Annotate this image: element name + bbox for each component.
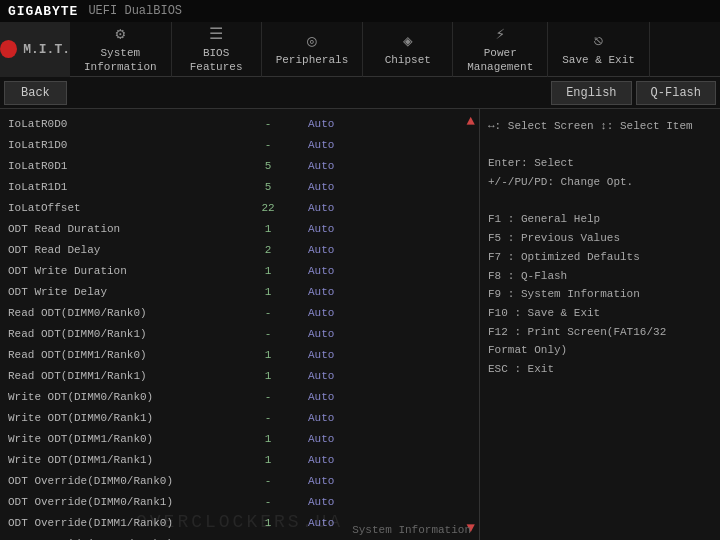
nav-item-peripherals[interactable]: ◎ Peripherals <box>262 22 364 77</box>
table-row[interactable]: Read ODT(DIMM0/Rank0)-Auto <box>0 302 479 323</box>
row-auto: Auto <box>308 496 388 508</box>
help-f7: F7 : Optimized Defaults <box>488 248 712 267</box>
row-name: ODT Override(DIMM1/Rank0) <box>8 517 228 529</box>
row-value: - <box>228 139 308 151</box>
table-row[interactable]: ODT Write Delay1Auto <box>0 281 479 302</box>
row-auto: Auto <box>308 244 388 256</box>
row-name: Write ODT(DIMM1/Rank0) <box>8 433 228 445</box>
nav-items: ⚙ System Information ☰ BIOS Features ◎ P… <box>70 22 720 77</box>
row-auto: Auto <box>308 454 388 466</box>
row-value: - <box>228 412 308 424</box>
sys-info-footer: System Information <box>352 524 471 536</box>
row-name: Read ODT(DIMM0/Rank1) <box>8 328 228 340</box>
table-row[interactable]: Read ODT(DIMM1/Rank0)1Auto <box>0 344 479 365</box>
row-auto: Auto <box>308 286 388 298</box>
row-auto: Auto <box>308 307 388 319</box>
nav-item-save-exit[interactable]: ⎋ Save & Exit <box>548 22 650 77</box>
table-row[interactable]: Read ODT(DIMM0/Rank1)-Auto <box>0 323 479 344</box>
row-value: 2 <box>228 244 308 256</box>
row-name: ODT Write Delay <box>8 286 228 298</box>
row-auto: Auto <box>308 370 388 382</box>
row-auto: Auto <box>308 139 388 151</box>
scroll-up-indicator: ▲ <box>467 113 475 129</box>
left-panel: ▲ IoLatR0D0-AutoIoLatR1D0-AutoIoLatR0D15… <box>0 109 480 540</box>
row-value: - <box>228 475 308 487</box>
nav-label-save: Save & Exit <box>562 54 635 67</box>
row-name: IoLatR0D0 <box>8 118 228 130</box>
row-name: Write ODT(DIMM1/Rank1) <box>8 454 228 466</box>
row-name: IoLatR0D1 <box>8 160 228 172</box>
row-auto: Auto <box>308 223 388 235</box>
row-name: IoLatOffset <box>8 202 228 214</box>
mit-button[interactable]: M.I.T. <box>0 22 70 77</box>
power-icon: ⚡ <box>495 24 505 44</box>
row-value: - <box>228 328 308 340</box>
qflash-button[interactable]: Q-Flash <box>636 81 716 105</box>
row-value: 1 <box>228 370 308 382</box>
table-row[interactable]: Write ODT(DIMM0/Rank1)-Auto <box>0 407 479 428</box>
row-name: Write ODT(DIMM0/Rank0) <box>8 391 228 403</box>
table-row[interactable]: ODT Read Duration1Auto <box>0 218 479 239</box>
row-value: 1 <box>228 433 308 445</box>
row-value: - <box>228 496 308 508</box>
row-value: 5 <box>228 181 308 193</box>
mit-label: M.I.T. <box>23 42 70 57</box>
row-value: - <box>228 118 308 130</box>
row-auto: Auto <box>308 475 388 487</box>
peripherals-icon: ◎ <box>307 31 317 51</box>
table-row[interactable]: IoLatR1D15Auto <box>0 176 479 197</box>
back-button[interactable]: Back <box>4 81 67 105</box>
help-text: ↔: Select Screen ↕: Select Item Enter: S… <box>488 117 712 379</box>
table-row[interactable]: Write ODT(DIMM1/Rank0)1Auto <box>0 428 479 449</box>
bios-icon: ☰ <box>209 24 223 44</box>
table-row[interactable]: IoLatR0D0-Auto <box>0 113 479 134</box>
brand-label: GIGABYTE <box>8 4 78 19</box>
nav-bar: M.I.T. ⚙ System Information ☰ BIOS Featu… <box>0 22 720 77</box>
help-navigate: ↔: Select Screen ↕: Select Item <box>488 117 712 136</box>
row-value: 1 <box>228 454 308 466</box>
table-row[interactable]: IoLatR0D15Auto <box>0 155 479 176</box>
mit-circle <box>0 40 17 58</box>
table-row[interactable]: ODT Read Delay2Auto <box>0 239 479 260</box>
right-panel: ↔: Select Screen ↕: Select Item Enter: S… <box>480 109 720 540</box>
row-name: Read ODT(DIMM0/Rank0) <box>8 307 228 319</box>
table-row[interactable]: ODT Override(DIMM0/Rank0)-Auto <box>0 470 479 491</box>
row-value: 1 <box>228 517 308 529</box>
row-value: 1 <box>228 223 308 235</box>
help-change: +/-/PU/PD: Change Opt. <box>488 173 712 192</box>
table-row[interactable]: ODT Override(DIMM0/Rank1)-Auto <box>0 491 479 512</box>
row-auto: Auto <box>308 349 388 361</box>
language-button[interactable]: English <box>551 81 631 105</box>
row-name: Read ODT(DIMM1/Rank0) <box>8 349 228 361</box>
nav-label-chipset: Chipset <box>385 54 431 67</box>
row-name: Read ODT(DIMM1/Rank1) <box>8 370 228 382</box>
table-row[interactable]: IoLatR1D0-Auto <box>0 134 479 155</box>
table-row[interactable]: IoLatOffset22Auto <box>0 197 479 218</box>
table-row[interactable]: ODT Write Duration1Auto <box>0 260 479 281</box>
row-name: IoLatR1D0 <box>8 139 228 151</box>
help-f12: F12 : Print Screen(FAT16/32 Format Only) <box>488 323 712 360</box>
help-enter: Enter: Select <box>488 154 712 173</box>
table-row[interactable]: Write ODT(DIMM1/Rank1)1Auto <box>0 449 479 470</box>
nav-item-chipset[interactable]: ◈ Chipset <box>363 22 453 77</box>
row-auto: Auto <box>308 265 388 277</box>
nav-label-peripherals: Peripherals <box>276 54 349 67</box>
row-name: ODT Write Duration <box>8 265 228 277</box>
toolbar: Back English Q-Flash <box>0 77 720 109</box>
table-row[interactable]: Read ODT(DIMM1/Rank1)1Auto <box>0 365 479 386</box>
table-row[interactable]: Write ODT(DIMM0/Rank0)-Auto <box>0 386 479 407</box>
nav-label-system: System Information <box>84 47 157 73</box>
row-value: 1 <box>228 265 308 277</box>
nav-item-power[interactable]: ⚡ Power Management <box>453 22 548 77</box>
help-f1: F1 : General Help <box>488 210 712 229</box>
nav-label-bios: BIOS Features <box>190 47 243 73</box>
row-value: 5 <box>228 160 308 172</box>
nav-item-system-information[interactable]: ⚙ System Information <box>70 22 172 77</box>
row-auto: Auto <box>308 118 388 130</box>
row-auto: Auto <box>308 433 388 445</box>
nav-item-bios-features[interactable]: ☰ BIOS Features <box>172 22 262 77</box>
help-f8: F8 : Q-Flash <box>488 267 712 286</box>
row-auto: Auto <box>308 412 388 424</box>
row-name: ODT Override(DIMM0/Rank1) <box>8 496 228 508</box>
row-value: 1 <box>228 286 308 298</box>
